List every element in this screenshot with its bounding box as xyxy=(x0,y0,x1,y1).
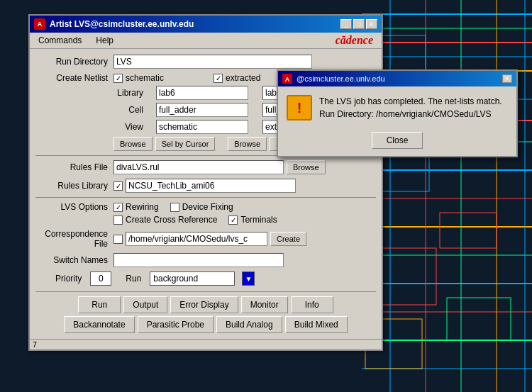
run-directory-row: Run Directory xyxy=(35,55,376,69)
rules-file-label: Rules File xyxy=(35,162,113,172)
dialog-title-left: A @csimcluster.ee.unlv.edu xyxy=(282,74,385,84)
library-label: Library xyxy=(113,88,149,98)
close-button[interactable]: ✕ xyxy=(366,19,377,29)
device-fixing-label: Device Fixing xyxy=(182,202,233,212)
browse-extracted-button[interactable]: Browse xyxy=(228,137,267,151)
info-button[interactable]: Info xyxy=(291,296,333,313)
library-schematic-input[interactable] xyxy=(156,86,248,100)
parasitic-probe-button[interactable]: Parasitic Probe xyxy=(138,316,214,333)
warning-icon: ! xyxy=(287,95,312,121)
terminals-label: Terminals xyxy=(240,215,277,225)
rewiring-check-item: ✓ Rewiring xyxy=(113,202,159,212)
create-button[interactable]: Create xyxy=(270,232,306,246)
correspondence-file-row: Correspondence File Create xyxy=(35,229,376,249)
run-dropdown[interactable]: background xyxy=(150,271,235,286)
dialog-message-line2: Run Directory: /home/vrigiank/CMOSedu/LV… xyxy=(319,108,502,121)
device-fixing-checkbox[interactable] xyxy=(170,203,179,212)
dialog-body: ! The LVS job has completed. The net-lis… xyxy=(278,86,516,129)
lvs-options-section: LVS Options ✓ Rewiring Device Fixing xyxy=(35,202,376,225)
rules-library-row: Rules Library ✓ xyxy=(35,179,376,193)
extracted-checkbox[interactable]: ✓ xyxy=(214,74,223,83)
minimize-button[interactable]: _ xyxy=(340,19,352,29)
dialog-message: The LVS job has completed. The net-lists… xyxy=(319,95,502,121)
lvs-options-label: LVS Options xyxy=(35,202,113,212)
sel-cursor-schematic-button[interactable]: Sel by Cursor xyxy=(155,137,216,151)
output-button[interactable]: Output xyxy=(123,296,167,313)
cross-ref-label: Create Cross Reference xyxy=(126,215,217,225)
schematic-label: schematic xyxy=(126,73,164,83)
cross-ref-check-item: Create Cross Reference xyxy=(113,215,217,225)
title-bar-left: A Artist LVS@csimcluster.ee.unlv.edu xyxy=(34,18,194,30)
main-window: A Artist LVS@csimcluster.ee.unlv.edu _ □… xyxy=(28,14,383,351)
rewiring-label: Rewiring xyxy=(126,202,159,212)
monitor-button[interactable]: Monitor xyxy=(241,296,288,313)
svg-text:A: A xyxy=(285,76,290,83)
dialog-message-line1: The LVS job has completed. The net-lists… xyxy=(319,95,502,108)
cell-label: Cell xyxy=(113,105,149,115)
window-title: Artist LVS@csimcluster.ee.unlv.edu xyxy=(50,19,194,29)
cell-schematic-input[interactable] xyxy=(156,103,248,117)
divider-3 xyxy=(35,291,376,292)
brand-logo: cādence xyxy=(336,34,379,47)
run-label: Run xyxy=(126,274,141,284)
menu-commands[interactable]: Commands xyxy=(33,34,87,47)
extracted-check-col: ✓ extracted xyxy=(214,73,260,83)
correspondence-file-input[interactable] xyxy=(126,232,267,246)
priority-input[interactable] xyxy=(90,271,111,286)
run-dropdown-value: background xyxy=(153,274,198,284)
switch-names-label: Switch Names xyxy=(35,255,113,265)
rules-file-input[interactable] xyxy=(113,160,284,174)
create-netlist-label: Create Netlist xyxy=(35,73,113,83)
dialog-app-icon: A xyxy=(282,74,292,84)
dialog-title-bar: A @csimcluster.ee.unlv.edu ✕ xyxy=(278,71,516,86)
menu-bar: Commands Help cādence xyxy=(30,33,382,49)
run-directory-input[interactable] xyxy=(113,55,312,69)
build-mixed-button[interactable]: Build Mixed xyxy=(285,316,348,333)
dialog-window: A @csimcluster.ee.unlv.edu ✕ ! The LVS j… xyxy=(277,69,518,157)
priority-label: Priority xyxy=(55,274,82,284)
dialog-title-text: @csimcluster.ee.unlv.edu xyxy=(297,74,385,83)
netlist-columns: ✓ schematic ✓ extracted xyxy=(113,73,260,83)
rules-file-row: Rules File Browse xyxy=(35,160,376,174)
rules-library-label: Rules Library xyxy=(35,181,113,191)
dialog-close-button[interactable]: Close xyxy=(372,132,423,149)
rules-browse-button[interactable]: Browse xyxy=(287,160,326,174)
menu-help[interactable]: Help xyxy=(90,34,119,47)
device-fixing-check-item: Device Fixing xyxy=(170,202,233,212)
action-buttons-row1: Run Output Error Display Monitor Info xyxy=(35,296,376,313)
dropdown-arrow-icon[interactable]: ▼ xyxy=(242,271,255,286)
dialog-footer: Close xyxy=(278,129,516,156)
status-bar: 7 xyxy=(30,339,382,349)
build-analog-button[interactable]: Build Analog xyxy=(216,316,282,333)
menu-bar-items: Commands Help xyxy=(33,34,119,47)
cross-ref-checkbox[interactable] xyxy=(113,215,123,225)
error-display-button[interactable]: Error Display xyxy=(170,296,238,313)
divider-2 xyxy=(35,197,376,198)
rules-library-input[interactable] xyxy=(126,179,296,193)
lvs-options-checks-2: Create Cross Reference ✓ Terminals xyxy=(113,215,277,225)
lvs-options-row2: Create Cross Reference ✓ Terminals xyxy=(35,215,376,225)
app-icon: A xyxy=(34,18,45,30)
backannotate-button[interactable]: Backannotate xyxy=(64,316,134,333)
terminals-checkbox[interactable]: ✓ xyxy=(228,215,238,225)
maximize-button[interactable]: □ xyxy=(353,19,365,29)
terminals-check-item: ✓ Terminals xyxy=(228,215,277,225)
run-directory-label: Run Directory xyxy=(35,57,113,67)
title-bar: A Artist LVS@csimcluster.ee.unlv.edu _ □… xyxy=(30,16,382,33)
view-schematic-input[interactable] xyxy=(156,120,248,134)
view-label: View xyxy=(113,122,149,132)
correspondence-file-label: Correspondence File xyxy=(35,229,113,249)
rules-library-checkbox[interactable]: ✓ xyxy=(113,181,123,191)
lvs-options-row1: LVS Options ✓ Rewiring Device Fixing xyxy=(35,202,376,212)
schematic-checkbox[interactable]: ✓ xyxy=(113,74,123,83)
status-number: 7 xyxy=(33,340,37,349)
title-buttons: _ □ ✕ xyxy=(340,19,377,29)
rewiring-checkbox[interactable]: ✓ xyxy=(113,203,123,212)
dialog-close-x-button[interactable]: ✕ xyxy=(502,74,512,83)
schematic-check-col: ✓ schematic xyxy=(113,73,164,83)
correspondence-checkbox[interactable] xyxy=(113,235,123,244)
switch-names-input[interactable] xyxy=(113,253,284,267)
run-button[interactable]: Run xyxy=(78,296,121,313)
switch-names-row: Switch Names xyxy=(35,253,376,267)
browse-schematic-button[interactable]: Browse xyxy=(113,137,153,151)
